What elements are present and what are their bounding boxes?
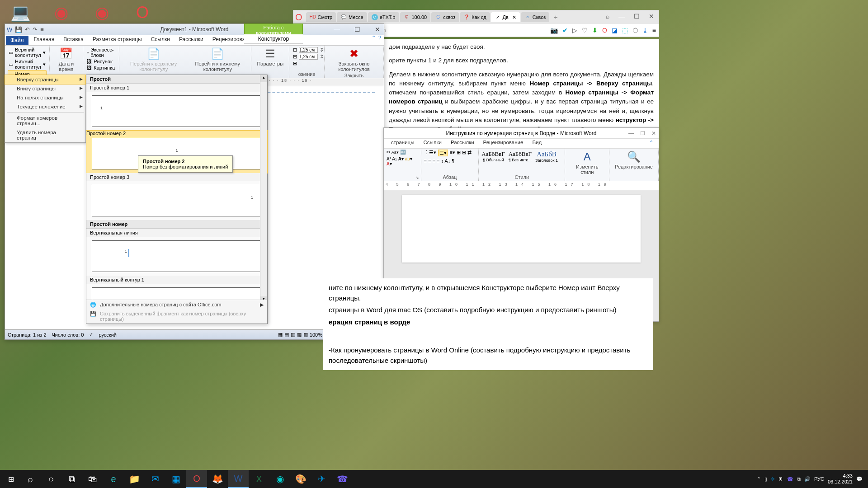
submenu-format-numbers[interactable]: Формат номеров страниц... — [5, 113, 85, 128]
submenu-top-of-page[interactable]: Вверху страницы▶ — [5, 75, 86, 84]
browser-tab[interactable]: ❓Как сд — [460, 12, 490, 22]
view-icon[interactable]: ▤ — [284, 332, 289, 338]
zoom-level[interactable]: 100% — [310, 332, 322, 338]
browser-tab[interactable]: eeTXT.b — [368, 12, 399, 22]
submenu-bottom-of-page[interactable]: Внизу страницы▶ — [5, 84, 85, 93]
gallery-item-simple-1[interactable]: 1 — [86, 92, 267, 131]
ribbon-collapse-icon[interactable]: ⌃ — [646, 139, 656, 148]
clock[interactable]: 4:33 06.12.2021 — [828, 473, 853, 485]
close-icon[interactable]: ✕ — [372, 26, 383, 33]
scroll-up-icon[interactable]: ▴ — [260, 75, 267, 82]
app-icon[interactable]: ▦ — [165, 470, 186, 488]
play-icon[interactable]: ▷ — [572, 27, 577, 34]
goto-footer-button[interactable]: 📄Перейти к нижнему колонтитулу — [187, 47, 248, 73]
position-bottom-input[interactable]: ⊟⇕ — [292, 53, 321, 60]
maximize-icon[interactable]: ☐ — [352, 26, 363, 33]
picture-button[interactable]: 🖼Рисунок — [86, 58, 116, 65]
editing-button[interactable]: 🔍Редактирование — [612, 150, 656, 170]
minimize-icon[interactable]: — — [618, 13, 625, 20]
minimize-icon[interactable]: — — [628, 130, 634, 136]
header-bottom-button[interactable]: ▭Нижний колонтитул▾ — [8, 58, 47, 70]
browser-tab[interactable]: Gсквоз — [431, 12, 459, 22]
viber-icon[interactable]: ☎ — [332, 470, 353, 488]
maximize-icon[interactable]: ☐ — [640, 130, 645, 136]
tray-icon[interactable]: ⛨ — [778, 476, 783, 482]
volume-icon[interactable]: 🔊 — [804, 476, 811, 482]
tab[interactable]: Рецензирование — [479, 139, 528, 148]
shield-icon[interactable]: ✔ — [562, 27, 568, 34]
desktop-icon[interactable]: O — [131, 2, 154, 23]
submenu-delete-numbers[interactable]: Удалить номера страниц — [5, 128, 85, 142]
help-icon[interactable]: ? — [378, 35, 381, 45]
date-time-button[interactable]: 📅Дата и время — [52, 47, 80, 73]
change-styles-button[interactable]: AИзменить стили — [568, 150, 606, 176]
view-icon[interactable]: ▦ — [278, 332, 283, 338]
browser-tab[interactable]: ○Сквоз — [521, 12, 550, 22]
undo-icon[interactable]: ↶ — [25, 26, 30, 33]
tray-icon[interactable]: ▯ — [764, 476, 767, 482]
view-icon[interactable]: ▧ — [297, 332, 302, 338]
notifications-icon[interactable]: 💬 — [856, 476, 863, 482]
excel-icon[interactable]: X — [249, 470, 269, 488]
browser-tab-active[interactable]: ↗Дв✕ — [491, 12, 520, 22]
mail-icon[interactable]: ✉ — [145, 470, 165, 488]
desktop-icon[interactable]: ◉ — [50, 2, 72, 23]
task-view-icon[interactable]: ⧉ — [61, 470, 82, 488]
download-icon[interactable]: ⬇ — [592, 27, 598, 34]
express-blocks-button[interactable]: ▫Экспресс-блоки — [86, 47, 116, 58]
tab[interactable]: Рассылки — [446, 139, 479, 148]
word-taskbar-icon[interactable]: W — [228, 470, 249, 488]
params-button[interactable]: ☰Параметры — [254, 47, 286, 67]
document-page[interactable] — [402, 195, 641, 263]
spell-icon[interactable]: ✓ — [89, 332, 93, 338]
tab-design[interactable]: Конструктор — [244, 34, 303, 44]
cortana-icon[interactable]: ○ — [41, 470, 61, 488]
opera-taskbar-icon[interactable]: O — [186, 470, 207, 488]
redo-icon[interactable]: ↷ — [33, 26, 38, 33]
search-icon[interactable]: ⌕ — [606, 13, 609, 20]
image-button[interactable]: 🖼Картинка — [86, 65, 116, 71]
heart-icon[interactable]: ♡ — [582, 27, 588, 34]
submenu-margins[interactable]: На полях страницы▶ — [5, 93, 85, 102]
view-icon[interactable]: ▥ — [291, 332, 295, 338]
desktop-icon[interactable]: 💻 — [9, 2, 32, 23]
tab[interactable]: Вид — [528, 139, 546, 148]
gallery-scrollbar[interactable]: ▴ ▾ — [260, 75, 267, 304]
header-top-button[interactable]: ▭Верхний колонтитул▾ — [8, 47, 47, 58]
tab[interactable]: страницы — [387, 139, 419, 148]
language-status[interactable]: русский — [99, 332, 116, 338]
gallery-item-simple-3[interactable]: 1 — [86, 181, 267, 220]
tray-icon[interactable]: ⌃ — [757, 476, 761, 482]
download2-icon[interactable]: ⤓ — [642, 27, 648, 34]
start-button[interactable]: ⊞ — [2, 475, 20, 483]
close-header-button[interactable]: ✖Закрыть окно колонтитулов — [327, 47, 381, 73]
tab-layout[interactable]: Разметка страницы — [88, 35, 146, 45]
tab-references[interactable]: Ссылки — [146, 35, 175, 45]
language-indicator[interactable]: РУС — [814, 476, 824, 482]
tab-home[interactable]: Главная — [29, 35, 59, 45]
tab[interactable]: Ссылки — [419, 139, 446, 148]
extension-icon[interactable]: ⬚ — [622, 27, 628, 34]
search-icon[interactable]: ⌕ — [20, 470, 41, 488]
close-tab-icon[interactable]: ✕ — [512, 14, 516, 20]
maximize-icon[interactable]: ☐ — [634, 13, 640, 20]
edge-icon[interactable]: e — [103, 470, 124, 488]
tray-telegram-icon[interactable]: ✈ — [771, 476, 775, 482]
firefox-icon[interactable]: 🦊 — [207, 470, 228, 488]
new-tab-button[interactable]: + — [550, 12, 561, 23]
view-icon[interactable]: ▨ — [303, 332, 308, 338]
close-icon[interactable]: ✕ — [649, 13, 654, 20]
edge-chromium-icon[interactable]: ◉ — [269, 470, 290, 488]
tab-mailings[interactable]: Рассылки — [175, 35, 208, 45]
tab-file[interactable]: Файл — [6, 36, 28, 45]
close-icon[interactable]: ✕ — [651, 130, 656, 136]
telegram-icon[interactable]: ✈ — [311, 470, 332, 488]
minimize-icon[interactable]: — — [331, 26, 343, 33]
opera-icon[interactable]: O — [602, 27, 607, 34]
gallery-item-vertical-line[interactable]: 1 — [86, 237, 267, 276]
extension-icon[interactable]: ◪ — [612, 27, 618, 34]
tab-insert[interactable]: Вставка — [59, 35, 88, 45]
page-status[interactable]: Страница: 1 из 2 — [8, 332, 47, 338]
browser-tab[interactable]: 💬Мессе — [337, 12, 367, 22]
word-count[interactable]: Число слов: 0 — [52, 332, 84, 338]
